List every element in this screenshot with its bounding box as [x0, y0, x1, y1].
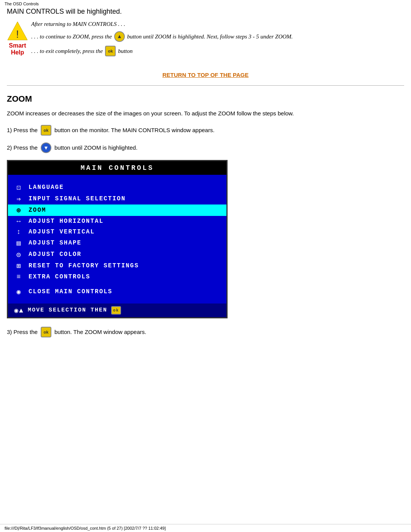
zoom-text2: button until ZOOM is highlighted. Next, …: [127, 34, 293, 40]
osd-menu-label-8: EXTRA CONTROLS: [29, 273, 90, 280]
exit-text2: button: [118, 48, 132, 54]
osd-menu-item-1: ⇒INPUT SIGNAL SELECTION: [8, 193, 226, 204]
zoom-section: ZOOM ZOOM increases or decreases the siz…: [7, 94, 404, 337]
osd-ok-button: ok: [111, 306, 121, 315]
step3b-text: button. The ZOOM window appears.: [54, 329, 147, 335]
osd-close-label: CLOSE MAIN CONTROLS: [29, 288, 112, 295]
osd-menu-icon-4: ↕: [14, 228, 24, 236]
close-icon: ◉: [14, 288, 24, 296]
osd-menu-label-4: ADJUST VERTICAL: [29, 228, 95, 235]
osd-menu-icon-5: ▤: [14, 239, 24, 247]
main-controls-heading: MAIN CONTROLS will be highlighted.: [7, 8, 404, 16]
osd-menu-label-1: INPUT SIGNAL SELECTION: [29, 195, 126, 202]
return-link-block: RETURN TO TOP OF THE PAGE: [7, 72, 404, 78]
osd-menu-icon-1: ⇒: [14, 195, 24, 203]
osd-menu-item-0: ⚀LANGUAGE: [8, 182, 226, 193]
ok-button-step1: ok: [41, 125, 51, 136]
osd-menu-label-6: ADJUST COLOR: [29, 251, 81, 258]
top-bar-text: The OSD Controls: [5, 2, 39, 6]
osd-menu-item-3: ↔ADJUST HORIZONTAL: [8, 216, 226, 227]
up-button: ▲: [114, 31, 125, 42]
status-bar-text: file:///D|/Rita/LF3/lf3manual/english/OS…: [5, 526, 166, 530]
step2-text: 2) Press the: [7, 144, 38, 151]
ok-button-exit: ok: [105, 46, 116, 56]
smart-help-block: ! Smart Help After returning to MAIN CON…: [7, 21, 404, 60]
osd-bottom-bar: ◉▲ MOVE SELECTION THEN ok: [8, 304, 226, 317]
osd-menu-item-8: ≡EXTRA CONTROLS: [8, 272, 226, 282]
osd-menu-icon-3: ↔: [14, 217, 24, 225]
zoom-text: . . . to continue to ZOOM, press the: [31, 34, 112, 40]
osd-screen: MAIN CONTROLS ⚀LANGUAGE⇒INPUT SIGNAL SEL…: [7, 160, 228, 318]
exit-text: . . . to exit completely, press the: [31, 48, 103, 54]
osd-menu: ⚀LANGUAGE⇒INPUT SIGNAL SELECTION⊕ZOOM↔AD…: [8, 175, 226, 300]
zoom-step-line: . . . to continue to ZOOM, press the ▲ b…: [31, 31, 404, 42]
osd-menu-icon-7: ⊞: [14, 262, 24, 270]
osd-menu-label-3: ADJUST HORIZONTAL: [29, 218, 104, 225]
divider: [7, 85, 404, 86]
step1-text: 1) Press the: [7, 127, 38, 133]
zoom-title: ZOOM: [7, 94, 404, 104]
osd-menu-icon-6: ◎: [14, 250, 24, 259]
after-text: After returning to MAIN CONTROLS . . .: [31, 21, 404, 27]
osd-menu-item-4: ↕ADJUST VERTICAL: [8, 227, 226, 237]
step1: 1) Press the ok button on the monitor. T…: [7, 125, 404, 136]
osd-menu-icon-2: ⊕: [14, 206, 24, 214]
step3: 3) Press the ok button. The ZOOM window …: [7, 327, 404, 337]
osd-menu-icon-0: ⚀: [14, 183, 24, 192]
warning-icon: !: [7, 21, 28, 41]
smart-help-text-col: After returning to MAIN CONTROLS . . . .…: [31, 21, 404, 60]
ok-button-step3: ok: [41, 327, 51, 337]
osd-menu-item-6: ◎ADJUST COLOR: [8, 249, 226, 260]
osd-menu-label-0: LANGUAGE: [29, 184, 64, 191]
svg-text:!: !: [16, 28, 19, 40]
osd-bottom-label: MOVE SELECTION THEN: [28, 307, 107, 313]
smart-help-icon-col: ! Smart Help: [7, 21, 28, 56]
status-bar: file:///D|/Rita/LF3/lf3manual/english/OS…: [0, 524, 411, 532]
step2: 2) Press the ▼ button until ZOOM is high…: [7, 142, 404, 153]
step3-text: 3) Press the: [7, 329, 38, 335]
help-label: Help: [11, 49, 24, 56]
osd-menu-label-7: RESET TO FACTORY SETTINGS: [29, 262, 139, 269]
zoom-description: ZOOM increases or decreases the size of …: [7, 109, 404, 118]
step2b-text: button until ZOOM is highlighted.: [54, 144, 137, 151]
osd-menu-icon-8: ≡: [14, 273, 24, 281]
osd-close-row: ◉ CLOSE MAIN CONTROLS: [8, 285, 226, 298]
smart-label: Smart: [9, 42, 26, 49]
osd-title-bar: MAIN CONTROLS: [8, 161, 226, 175]
return-to-top-link[interactable]: RETURN TO TOP OF THE PAGE: [162, 72, 249, 78]
top-bar: The OSD Controls: [0, 0, 411, 8]
osd-menu-label-5: ADJUST SHAPE: [29, 240, 81, 246]
exit-step-line: . . . to exit completely, press the ok b…: [31, 46, 404, 56]
main-content: MAIN CONTROLS will be highlighted. ! Sma…: [0, 8, 411, 367]
osd-menu-label-2: ZOOM: [29, 207, 46, 214]
bottom-nav-icon: ◉▲: [14, 306, 24, 315]
osd-menu-item-5: ▤ADJUST SHAPE: [8, 237, 226, 249]
step1b-text: button on the monitor. The MAIN CONTROLS…: [54, 127, 215, 133]
osd-menu-item-7: ⊞RESET TO FACTORY SETTINGS: [8, 260, 226, 272]
osd-menu-item-2: ⊕ZOOM: [8, 204, 226, 216]
down-button: ▼: [41, 142, 51, 153]
